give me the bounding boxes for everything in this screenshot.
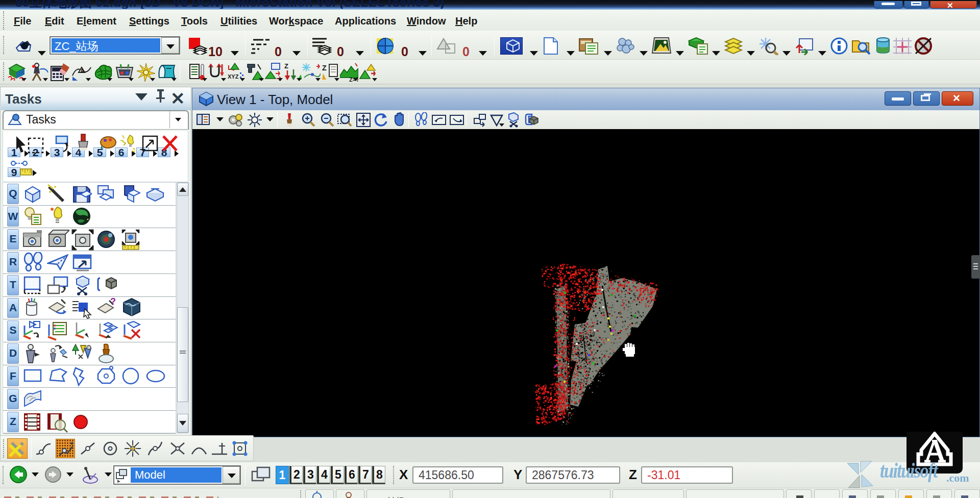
svg-text:Z: Z bbox=[322, 64, 327, 72]
svg-text:?: ? bbox=[110, 297, 116, 307]
svg-text:XYZ: XYZ bbox=[228, 73, 239, 80]
svg-text:Z: Z bbox=[284, 62, 288, 70]
svg-text:A: A bbox=[80, 68, 84, 74]
